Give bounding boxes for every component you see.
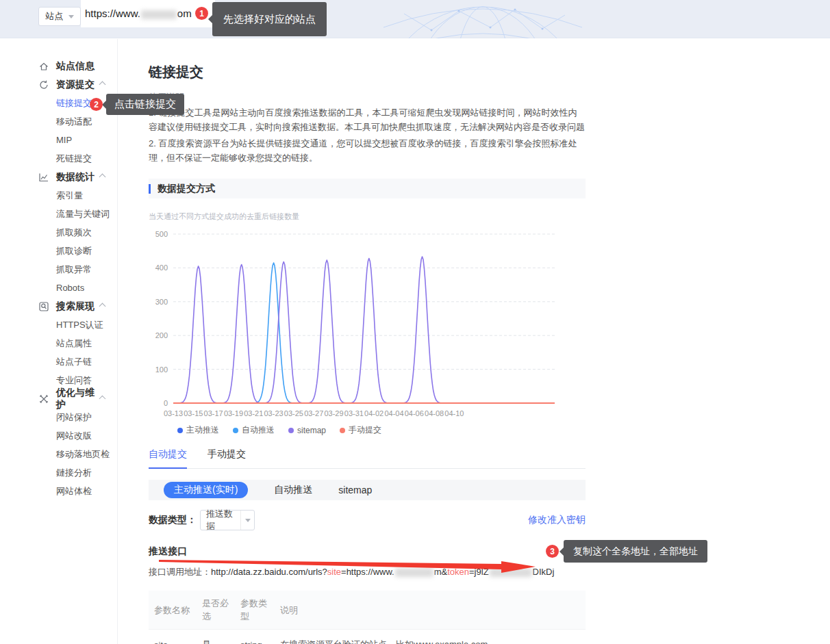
sidebar-item-site-checkup[interactable]: 网站体检	[0, 482, 117, 500]
site-selector-dropdown[interactable]: 站点	[38, 7, 81, 26]
current-site-url: https://www.om	[85, 0, 192, 27]
legend-item-auto-push[interactable]: 自动推送	[233, 424, 275, 436]
subtab-active-push-realtime[interactable]: 主动推送(实时)	[164, 482, 248, 498]
legend-item-manual-submit[interactable]: 手动提交	[340, 424, 381, 436]
stats-chart-icon	[38, 172, 49, 183]
globe-wireframe-decoration	[356, 0, 589, 38]
usage-line-2: 2. 百度搜索资源平台为站长提供链接提交通道，您可以提交想被百度收录的链接，百度…	[149, 136, 586, 165]
table-header-row: 参数名称 是否必选 参数类型 说明	[149, 591, 586, 630]
subtab-auto-push[interactable]: 自动推送	[274, 484, 312, 496]
col-param-name: 参数名称	[149, 591, 197, 630]
svg-text:04-10: 04-10	[444, 409, 464, 417]
legend-item-active-push[interactable]: 主动推送	[177, 424, 219, 436]
svg-text:03-17: 03-17	[204, 409, 223, 417]
sidebar-item-mip[interactable]: MIP	[0, 131, 117, 149]
home-icon	[38, 61, 49, 72]
chevron-up-icon	[99, 81, 106, 88]
legend-dot	[233, 428, 238, 433]
search-display-icon	[38, 301, 49, 312]
submit-mode-tabs: 自动提交 手动提交	[149, 448, 586, 469]
chevron-down-icon	[245, 519, 251, 522]
step-badge-1: 1	[195, 7, 208, 20]
chevron-down-icon	[68, 15, 74, 18]
site-selector-label: 站点	[46, 10, 64, 23]
legend-dot	[340, 428, 345, 433]
submission-chart-svg: 010020030040050003-1303-1503-1703-1903-2…	[149, 224, 586, 424]
data-type-value: 推送数据	[201, 508, 240, 532]
sidebar-item-mobile-adapt[interactable]: 移动适配	[0, 112, 117, 131]
auto-submit-subtabs: 主动推送(实时) 自动推送 sitemap	[149, 480, 586, 500]
chevron-up-icon	[99, 174, 106, 181]
censored-url-patch	[141, 10, 177, 19]
chevron-up-icon	[99, 303, 106, 310]
svg-text:0: 0	[164, 399, 168, 407]
step-tooltip-2: 点击链接提交	[106, 94, 184, 115]
resource-submit-icon	[38, 79, 49, 90]
section-header: 数据提交方式	[149, 179, 586, 198]
sidebar-item-crawl-errors[interactable]: 抓取异常	[0, 260, 117, 279]
sidebar-item-crawl-diagnosis[interactable]: 抓取诊断	[0, 242, 117, 260]
svg-text:03-23: 03-23	[264, 409, 284, 417]
sidebar-item-traffic-keywords[interactable]: 流量与关键词	[0, 205, 117, 223]
sidebar-item-link-analysis[interactable]: 鏈接分析	[0, 463, 117, 482]
legend-dot	[177, 428, 183, 433]
section-accent-bar	[149, 184, 151, 194]
sidebar-item-crawl-frequency[interactable]: 抓取频次	[0, 223, 117, 242]
baidu-webmaster-link-submit-page: { "colors": { "accent_blue": "#4a6ef2", …	[0, 0, 830, 644]
col-param-type: 参数类型	[235, 591, 275, 630]
svg-text:04-08: 04-08	[425, 409, 444, 417]
subtab-sitemap[interactable]: sitemap	[338, 485, 372, 495]
svg-text:03-13: 03-13	[164, 409, 183, 417]
chart-legend: 主动推送 自动推送 sitemap 手动提交	[177, 424, 586, 436]
step-tooltip-1: 先选择好对应的站点	[212, 2, 327, 36]
red-arrow-annotation	[156, 556, 540, 576]
svg-text:03-21: 03-21	[244, 409, 263, 417]
col-required: 是否必选	[197, 591, 235, 630]
svg-text:300: 300	[155, 298, 168, 306]
data-type-row: 数据类型： 推送数据 修改准入密钥	[149, 510, 586, 530]
svg-text:03-19: 03-19	[224, 409, 243, 417]
sidebar-section-search-display[interactable]: 搜索展现	[0, 297, 117, 315]
params-table: 参数名称 是否必选 参数类型 说明 site 是 string 在搜索资源平台验…	[149, 591, 586, 644]
sidebar-item-site-property[interactable]: 站点属性	[0, 334, 117, 352]
col-description: 说明	[275, 591, 586, 630]
data-type-dropdown[interactable]: 推送数据	[200, 510, 255, 530]
sidebar-section-site-info[interactable]: 站点信息	[0, 57, 117, 75]
topbar: 站点 https://www.om	[0, 0, 830, 38]
step-badge-2: 2	[90, 98, 103, 111]
sidebar-item-robots[interactable]: Robots	[0, 279, 117, 297]
sidebar-section-resource-submit[interactable]: 资源提交	[0, 75, 117, 94]
sidebar-item-https-cert[interactable]: HTTPS认证	[0, 315, 117, 334]
svg-text:03-31: 03-31	[344, 409, 364, 417]
svg-text:03-15: 03-15	[184, 409, 203, 417]
svg-text:500: 500	[155, 230, 168, 238]
sidebar-item-site-sublink[interactable]: 站点子链	[0, 352, 117, 371]
page-title: 链接提交	[149, 63, 586, 81]
sidebar-item-mobile-landing-check[interactable]: 移动落地页检	[0, 445, 117, 463]
tab-manual-submit[interactable]: 手动提交	[208, 448, 246, 468]
step-tooltip-3: 复制这个全条地址，全部地址	[564, 540, 707, 563]
svg-text:04-02: 04-02	[364, 409, 383, 417]
change-access-key-link[interactable]: 修改准入密钥	[528, 514, 586, 526]
svg-text:04-04: 04-04	[384, 409, 403, 417]
usage-heading: 使用说明	[149, 91, 586, 103]
svg-text:100: 100	[155, 365, 168, 374]
svg-text:03-27: 03-27	[304, 409, 323, 417]
sidebar-item-dead-link[interactable]: 死链提交	[0, 149, 117, 168]
maintenance-icon	[38, 394, 49, 404]
usage-line-1: 1. 链接提交工具是网站主动向百度搜索推送数据的工具，本工具可缩短爬虫发现网站链…	[149, 105, 586, 134]
sidebar-section-data-stats[interactable]: 数据统计	[0, 168, 117, 186]
sidebar-section-optimize-maintain[interactable]: 优化与维护	[0, 389, 117, 408]
tab-auto-submit[interactable]: 自动提交	[149, 448, 187, 469]
legend-item-sitemap[interactable]: sitemap	[288, 424, 326, 436]
svg-text:400: 400	[155, 263, 168, 272]
dropdown-caret	[240, 511, 254, 530]
sidebar-nav: 站点信息 资源提交 链接提交 移动适配 MIP 死链提交 数据统计 索引量 流量…	[0, 39, 118, 644]
chart-subtitle: 当天通过不同方式提交成功的去重后链接数量	[149, 211, 586, 222]
sidebar-item-index-volume[interactable]: 索引量	[0, 186, 117, 205]
main-content: 链接提交 使用说明 1. 链接提交工具是网站主动向百度搜索推送数据的工具，本工具…	[118, 38, 830, 644]
section-title: 数据提交方式	[158, 183, 215, 195]
step-badge-3: 3	[546, 545, 559, 558]
sidebar-item-site-revamp[interactable]: 网站改版	[0, 426, 117, 445]
legend-dot	[288, 428, 294, 433]
